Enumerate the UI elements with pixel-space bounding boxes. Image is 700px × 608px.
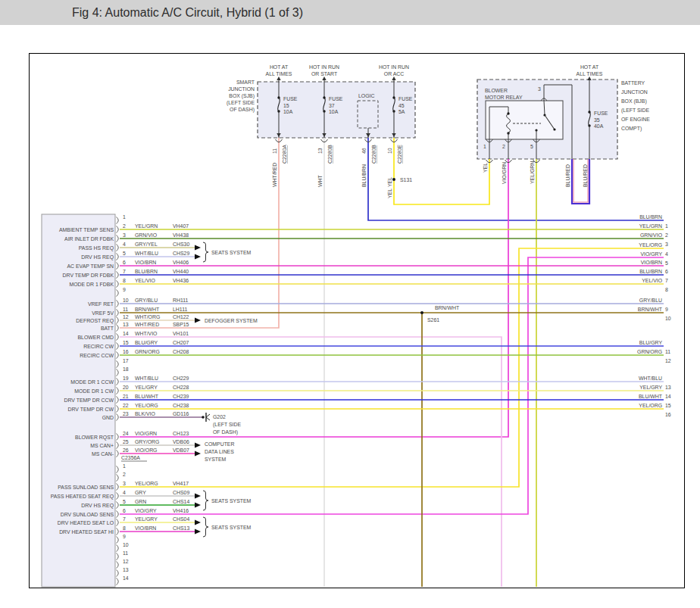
wire-color-label: YEL/ORG <box>135 403 158 408</box>
system-label: DATA LINES <box>205 449 234 454</box>
wire-color-label: BLU/RED <box>565 164 570 187</box>
edge-wire-color-label: BLU/WHT <box>639 394 663 399</box>
pin-arc <box>117 343 119 350</box>
module-pin-number: 7 <box>123 269 126 274</box>
wire-color-label: GRN/ORG <box>135 349 160 354</box>
bjb-label: BATTERY <box>621 80 645 86</box>
power-tap-label: ALL TIMES <box>577 71 603 76</box>
edge-wire-number: 11 <box>665 349 670 354</box>
module-pin-number: 23 <box>123 411 129 416</box>
arrow-right-icon <box>195 254 201 259</box>
system-label: SYSTEM <box>205 457 227 462</box>
module-pin-number: 5 <box>123 499 126 504</box>
module-pin-number: 11 <box>123 550 128 556</box>
pin-arc <box>117 361 119 368</box>
circuit-number: CHS30 <box>173 242 189 247</box>
pin-arc <box>117 388 119 394</box>
module-pin-name: BLOWER CMD <box>78 335 114 340</box>
wire-color-label: WHT/RED <box>272 163 277 187</box>
splice-label: S261 <box>427 317 439 323</box>
wire-color-label: VIO/GRY <box>135 508 157 513</box>
edge-wire-number: 12 <box>665 358 671 363</box>
bjb-label: BOX (BJB) <box>621 98 647 104</box>
wire-color-label: YEL <box>483 163 488 173</box>
edge-wire-color-label: WHT/BLU <box>639 376 662 381</box>
sjb-label: OF DASH) <box>230 107 255 113</box>
wire-color-label: GRN/VIO <box>135 232 158 238</box>
sjb-pin-number: 11 <box>272 148 277 154</box>
circuit-number: VH436 <box>173 278 189 283</box>
module-pin-number: 3 <box>123 232 126 238</box>
edge-wire-number: 13 <box>665 385 671 390</box>
wire <box>394 138 489 204</box>
module-pin-number: 12 <box>123 314 129 320</box>
pin-arc <box>117 406 119 413</box>
wire-color-label: GRN <box>135 499 146 504</box>
fuse-label: 40A <box>594 123 604 129</box>
wire-color-label: BLK/VIO <box>135 411 155 416</box>
module-pin-number: 8 <box>123 278 126 283</box>
pin-arc <box>117 451 119 457</box>
pin-arc <box>117 334 119 341</box>
module-pin-name: DEFROST REQ <box>76 318 114 324</box>
module-pin-name: DRV TEMP DR CW <box>68 407 114 412</box>
arrow-up-icon <box>392 76 395 80</box>
sjb-label: (LEFT SIDE <box>227 100 255 106</box>
module-pin-number: 14 <box>123 331 129 336</box>
fuse-label: 10A <box>329 109 339 114</box>
module-pin-name: BLOWER RQST <box>75 435 114 441</box>
circuit-number: RH111 <box>173 298 189 303</box>
wire-color-label: BLU/WHT <box>135 394 159 399</box>
arrow-right-icon <box>195 451 201 456</box>
bjb-label: OF ENGINE <box>621 117 650 122</box>
system-label: SEATS SYSTEM <box>211 498 252 504</box>
module-pin-number: 18 <box>123 366 129 372</box>
module-pin-name: AMBIENT TEMP SENS <box>59 227 114 232</box>
power-tap-label: HOT IN RUN <box>309 64 339 70</box>
system-label: DEFOGGER SYSTEM <box>205 318 258 323</box>
pin-arc <box>117 301 119 307</box>
pin-arc <box>117 281 119 288</box>
bjb-label: (LEFT SIDE <box>621 108 649 114</box>
circuit-number: VDB07 <box>173 447 189 453</box>
arrow-right-icon <box>195 317 201 323</box>
power-tap-label: ALL TIMES <box>266 71 292 76</box>
module-pin-name: BATT <box>101 326 114 331</box>
module-connector-label: C2356A <box>121 455 140 460</box>
edge-wire-number: 10 <box>665 316 671 321</box>
pin-arc <box>117 493 119 500</box>
module-pin-number: 2 <box>123 223 126 229</box>
sjb-pin-number: 46 <box>361 148 367 154</box>
wire-color-label: BLU/BRN <box>361 164 367 187</box>
edge-wire-number: 15 <box>665 403 671 408</box>
pin-arc <box>117 245 119 251</box>
module-pin-name: MODE DR 1 CCW <box>70 379 114 385</box>
splice-dot <box>392 178 395 181</box>
wire-color-label: WHT/VIO <box>135 331 158 336</box>
module-pin-number: 26 <box>123 447 129 453</box>
wire-color-label: WHT/RED <box>135 322 159 327</box>
arrow-up-icon <box>277 76 280 80</box>
pin-arc <box>117 263 119 270</box>
circuit-number: CH207 <box>173 340 189 345</box>
module-pin-number: 11 <box>123 307 128 312</box>
edge-wire-color-label: GRN/ORG <box>637 349 662 354</box>
module-pin-name: DRV TEMP DR FDBK <box>63 273 114 278</box>
wire <box>120 337 502 587</box>
pin-arc <box>117 434 119 441</box>
wire-color-label: BRN/WHT <box>135 307 160 312</box>
module-pin-number: 13 <box>123 322 129 327</box>
wire-color-label: WHT/ORG <box>135 314 160 320</box>
figure-title-bar: Fig 4: Automatic A/C Circuit, Hybrid (1 … <box>0 0 700 25</box>
circuit-number: GD116 <box>173 411 189 416</box>
circuit-number: VDB06 <box>173 439 189 444</box>
pin-arc <box>117 511 119 518</box>
sjb-pin-number: 10 <box>387 148 392 154</box>
power-tap-label: OR ACC <box>384 71 404 76</box>
edge-wire-color-label: YEL/ORG <box>639 242 662 248</box>
edge-wire-color-label: YEL/VIO <box>642 278 662 283</box>
edge-wire-color-label: YEL/GRN <box>639 223 662 229</box>
wire-color-label: YEL/ORG <box>135 481 158 486</box>
sjb-connector-label: C2280B <box>371 145 377 164</box>
edge-wire-number: 6 <box>665 269 668 274</box>
